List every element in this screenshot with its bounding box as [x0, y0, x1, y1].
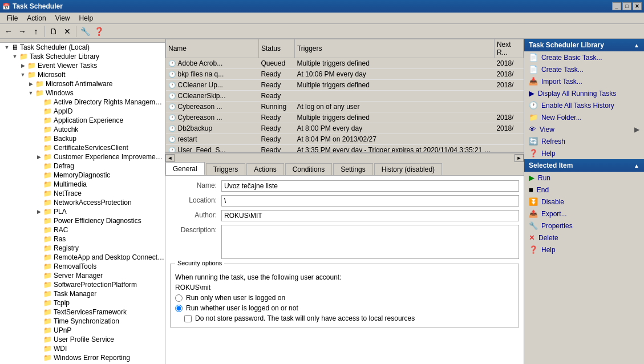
tree-node-multimedia[interactable]: 📁Multimedia [0, 180, 165, 189]
radio-logged-on-input[interactable] [175, 294, 183, 302]
tree-node-antimalware[interactable]: ▶📁Microsoft Antimalware [0, 79, 165, 88]
tree-node-appid[interactable]: 📁AppID [0, 107, 165, 116]
tree-expand-icon[interactable]: ▶ [26, 81, 35, 87]
action-item-enable-all-tasks-history[interactable]: 🕐Enable All Tasks History [524, 99, 644, 111]
action-item-export---[interactable]: 📤Export... [524, 208, 644, 220]
radio-logged-on-or-not[interactable]: Run whether user is logged on or not [175, 304, 514, 312]
col-triggers[interactable]: Triggers [294, 39, 494, 58]
tree-node-adright[interactable]: 📁Active Directory Rights Management Serv [0, 98, 165, 107]
tree-node-eventviewer[interactable]: ▶📁Event Viewer Tasks [0, 61, 165, 70]
tree-node-memdiag[interactable]: 📁MemoryDiagnostic [0, 171, 165, 180]
tree-node-powereff[interactable]: 📁Power Efficiency Diagnostics [0, 216, 165, 225]
tree-node-upnp[interactable]: 📁UPnP [0, 326, 165, 335]
task-list-hscroll[interactable]: ◄ ► [165, 153, 524, 162]
action-item-delete[interactable]: ✕Delete [524, 232, 644, 244]
tree-panel[interactable]: ▼🖥Task Scheduler (Local)▼📁Task Scheduler… [0, 39, 165, 364]
tree-node-winerr[interactable]: 📁Windows Error Reporting [0, 353, 165, 362]
tree-expand-icon[interactable]: ▼ [26, 90, 35, 96]
tree-node-ras[interactable]: 📁Ras [0, 234, 165, 244]
radio-logged-on-or-not-input[interactable] [175, 305, 183, 312]
tree-node-certsvcs[interactable]: 📁CertificateServicesClient [0, 143, 165, 152]
task-row[interactable]: 🕐restartReadyAt 8:04 PM on 2013/02/27 [166, 134, 524, 145]
tree-node-servermgr[interactable]: 📁Server Manager [0, 271, 165, 280]
menu-action[interactable]: Action [22, 13, 50, 23]
menu-file[interactable]: File [2, 13, 22, 23]
delete-button[interactable]: ✕ [61, 25, 74, 38]
tree-node-root[interactable]: ▼🖥Task Scheduler (Local) [0, 43, 165, 52]
minimize-button[interactable]: _ [612, 2, 621, 10]
task-row[interactable]: 🕐User_Feed_S...ReadyAt 3:35 PM every day… [166, 145, 524, 153]
task-row[interactable]: 🕐Db2backupReadyAt 8:00 PM every day2018/ [166, 123, 524, 134]
close-button[interactable]: ✕ [633, 2, 642, 10]
tree-node-microsoft[interactable]: ▼📁Microsoft [0, 70, 165, 79]
checkbox-no-password[interactable]: Do not store password. The task will onl… [184, 314, 514, 322]
task-row[interactable]: 🕐Cybereason ...ReadyMultiple triggers de… [166, 112, 524, 123]
tree-node-tcpip[interactable]: 📁Tcpip [0, 298, 165, 308]
maximize-button[interactable]: □ [622, 2, 631, 10]
tab-conditions[interactable]: Conditions [285, 163, 333, 175]
tree-node-textsvc[interactable]: 📁TextServicesFramework [0, 308, 165, 317]
tab-triggers[interactable]: Triggers [206, 163, 246, 175]
action-item-properties[interactable]: 🔧Properties [524, 220, 644, 232]
tree-expand-icon[interactable]: ▼ [2, 45, 11, 50]
radio-logged-on[interactable]: Run only when user is logged on [175, 294, 514, 302]
tree-node-custexp[interactable]: ▶📁Customer Experience Improvement Progr.… [0, 152, 165, 161]
actions-section-header-taskSchedulerLibrary[interactable]: Task Scheduler Library▲ [524, 39, 644, 51]
tree-node-wdi[interactable]: 📁WDI [0, 344, 165, 353]
name-value[interactable]: Uvoz tečajne liste [221, 180, 519, 192]
tree-node-windows[interactable]: ▼📁Windows [0, 88, 165, 98]
tree-node-registry[interactable]: 📁Registry [0, 244, 165, 253]
actions-section-header-selectedItem[interactable]: Selected Item▲ [524, 159, 644, 172]
task-row[interactable]: 🕐Adobe Acrob...QueuedMultiple triggers d… [166, 58, 524, 69]
action-item-new-folder---[interactable]: 📁New Folder... [524, 111, 644, 123]
task-list[interactable]: Name Status Triggers Next R... 🕐Adobe Ac… [165, 39, 524, 153]
menu-view[interactable]: View [51, 13, 75, 23]
collapse-arrow[interactable]: ▲ [634, 163, 639, 169]
action-item-view[interactable]: 👁View▶ [524, 123, 644, 135]
back-button[interactable]: ← [2, 25, 15, 38]
action-item-end[interactable]: ■End [524, 184, 644, 196]
help-button[interactable]: ❓ [92, 25, 105, 38]
action-item-refresh[interactable]: 🔄Refresh [524, 135, 644, 147]
tree-expand-icon[interactable]: ▶ [34, 209, 43, 215]
description-value[interactable] [221, 225, 519, 259]
tree-node-timesync[interactable]: 📁Time Synchronization [0, 317, 165, 326]
tab-actions[interactable]: Actions [246, 163, 283, 175]
new-button[interactable]: 🗋 [47, 25, 60, 38]
col-status[interactable]: Status [258, 39, 294, 58]
menu-help[interactable]: Help [75, 13, 98, 23]
col-name[interactable]: Name [166, 39, 259, 58]
tree-expand-icon[interactable]: ▼ [18, 72, 27, 78]
tree-node-netaccess[interactable]: 📁NetworkAccessProtection [0, 198, 165, 207]
task-row[interactable]: 🕐Cybereason ...RunningAt log on of any u… [166, 102, 524, 112]
tree-node-softprot[interactable]: 📁SoftwareProtectionPlatform [0, 280, 165, 289]
tree-node-appexp[interactable]: 📁Application Experience [0, 116, 165, 125]
tab-history[interactable]: History (disabled) [374, 163, 442, 175]
tab-settings[interactable]: Settings [333, 163, 372, 175]
tree-node-rac[interactable]: 📁RAC [0, 225, 165, 234]
action-item-help[interactable]: ❓Help [524, 147, 644, 159]
location-value[interactable]: \ [221, 195, 519, 207]
hscroll-right[interactable]: ► [515, 154, 524, 162]
action-item-help[interactable]: ❓Help [524, 244, 644, 256]
window-controls[interactable]: _ □ ✕ [612, 2, 642, 10]
col-next[interactable]: Next R... [494, 39, 523, 58]
tree-node-taskmgr[interactable]: 📁Task Manager [0, 289, 165, 298]
tree-node-defrag[interactable]: 📁Defrag [0, 161, 165, 171]
tree-node-library[interactable]: ▼📁Task Scheduler Library [0, 52, 165, 61]
task-row[interactable]: 🕐CCleaner Up...ReadyMultiple triggers de… [166, 80, 524, 91]
forward-button[interactable]: → [16, 25, 29, 38]
tree-expand-icon[interactable]: ▶ [18, 63, 27, 68]
collapse-arrow[interactable]: ▲ [634, 42, 639, 48]
action-item-create-task---[interactable]: 📄Create Task... [524, 63, 644, 75]
tree-expand-icon[interactable]: ▼ [10, 54, 19, 59]
hscroll-left[interactable]: ◄ [165, 154, 175, 162]
tab-general[interactable]: General [165, 162, 205, 175]
tree-node-backup[interactable]: 📁Backup [0, 134, 165, 143]
tree-node-remoteapp[interactable]: 📁RemoteApp and Desktop Connections Upc [0, 253, 165, 262]
action-item-run[interactable]: ▶Run [524, 172, 644, 184]
up-button[interactable]: ↑ [30, 25, 42, 38]
action-item-create-basic-task---[interactable]: 📄Create Basic Task... [524, 51, 644, 63]
checkbox-no-password-input[interactable] [184, 315, 192, 322]
tree-node-userprofile[interactable]: 📁User Profile Service [0, 335, 165, 344]
